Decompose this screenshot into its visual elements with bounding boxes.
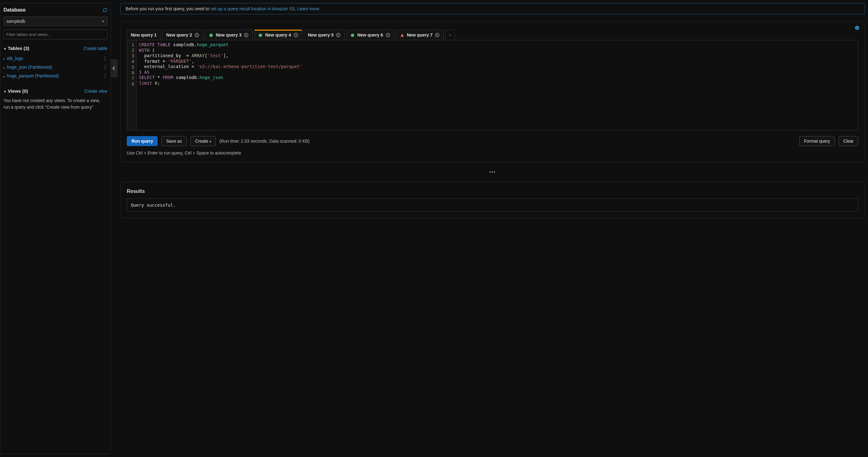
svg-rect-1 <box>857 27 857 29</box>
query-tab[interactable]: New query 2✕ <box>162 30 203 40</box>
query-tab[interactable]: New query 7✕ <box>396 30 444 40</box>
query-workbench: New query 1New query 2✕New query 3✕New q… <box>120 21 865 162</box>
info-icon[interactable] <box>855 25 860 30</box>
close-tab-icon[interactable]: ✕ <box>336 33 341 37</box>
caret-down-icon: ▼ <box>3 90 6 93</box>
results-message: Query successful. <box>127 199 858 211</box>
kebab-icon[interactable]: ⋮ <box>103 64 107 70</box>
banner-text-prefix: Before you run your first query, you nee… <box>126 6 211 11</box>
sidebar: Database sampledb ▼ ▼Tables (3) Create t… <box>0 3 111 454</box>
tab-label: New query 2 <box>166 32 192 37</box>
query-tab[interactable]: New query 5✕ <box>304 30 345 40</box>
main: Before you run your first query, you nee… <box>120 3 865 454</box>
status-warn-icon <box>400 32 404 37</box>
close-tab-icon[interactable]: ✕ <box>194 33 199 37</box>
table-name: hoge_parquet (Partitioned) <box>7 73 59 78</box>
caret-right-icon: ▸ <box>3 66 5 69</box>
tab-label: New query 7 <box>407 32 432 37</box>
banner-setup-link[interactable]: set up a query result location in Amazon… <box>211 6 294 11</box>
query-tab[interactable]: New query 3✕ <box>205 30 253 40</box>
views-heading[interactable]: ▼Views (0) <box>3 88 28 94</box>
database-select[interactable]: sampledb ▼ <box>3 17 107 26</box>
status-ok-icon <box>258 32 262 37</box>
close-tab-icon[interactable]: ✕ <box>244 33 249 37</box>
results-pane: Results Query successful. <box>120 182 865 218</box>
filter-input[interactable] <box>3 30 107 39</box>
run-query-button[interactable]: Run query <box>127 136 158 146</box>
refresh-icon[interactable] <box>103 7 107 13</box>
close-tab-icon[interactable]: ✕ <box>293 33 298 37</box>
create-view-link[interactable]: Create view <box>84 89 107 94</box>
close-tab-icon[interactable]: ✕ <box>385 33 390 37</box>
create-table-link[interactable]: Create table <box>84 46 107 51</box>
editor-code[interactable]: CREATE TABLE sampledb.hoge_parquetWITH (… <box>136 40 858 130</box>
kebab-icon[interactable]: ⋮ <box>103 56 107 61</box>
format-query-button[interactable]: Format query <box>799 136 835 146</box>
caret-right-icon: ▸ <box>3 57 5 61</box>
tab-label: New query 6 <box>357 32 383 37</box>
close-tab-icon[interactable]: ✕ <box>435 33 440 37</box>
query-tab[interactable]: New query 4✕ <box>254 30 302 40</box>
kebab-icon[interactable]: ⋮ <box>103 73 107 79</box>
setup-banner: Before you run your first query, you nee… <box>120 3 865 14</box>
tab-label: New query 5 <box>308 32 334 37</box>
tab-label: New query 1 <box>131 32 156 37</box>
add-tab-button[interactable]: + <box>445 30 455 40</box>
tables-heading[interactable]: ▼Tables (3) <box>3 45 29 51</box>
table-name: hoge_json (Partitioned) <box>7 65 52 70</box>
query-tab[interactable]: New query 1 <box>127 30 160 40</box>
caret-down-icon: ▼ <box>3 47 6 51</box>
query-tab[interactable]: New query 6✕ <box>346 30 394 40</box>
tab-label: New query 3 <box>216 32 241 37</box>
table-item[interactable]: ▸hoge_parquet (Partitioned)⋮ <box>3 71 107 80</box>
status-ok-icon <box>350 32 355 37</box>
database-select-value: sampledb <box>6 19 25 24</box>
status-ok-icon <box>209 32 213 37</box>
sql-editor[interactable]: 12345678 CREATE TABLE sampledb.hoge_parq… <box>127 40 858 130</box>
table-item[interactable]: ▸elb_logs⋮ <box>3 54 107 63</box>
table-item[interactable]: ▸hoge_json (Partitioned)⋮ <box>3 63 107 71</box>
query-stats: (Run time: 2.03 seconds, Data scanned: 0… <box>219 139 310 143</box>
query-tabs: New query 1New query 2✕New query 3✕New q… <box>127 30 858 40</box>
resize-handle[interactable]: ••• <box>120 169 865 174</box>
svg-rect-2 <box>857 27 857 27</box>
table-name: elb_logs <box>7 56 23 61</box>
caret-down-icon: ▼ <box>101 20 104 23</box>
create-button[interactable]: Create▾ <box>190 136 216 146</box>
database-heading: Database <box>3 7 26 13</box>
caret-down-icon: ▾ <box>210 140 211 143</box>
banner-learn-more-link[interactable]: Learn more <box>297 6 319 11</box>
tab-label: New query 4 <box>265 32 291 37</box>
results-heading: Results <box>127 189 858 194</box>
views-empty-text: You have not created any views. To creat… <box>3 97 107 110</box>
editor-gutter: 12345678 <box>127 40 136 130</box>
table-list: ▸elb_logs⋮▸hoge_json (Partitioned)⋮▸hoge… <box>3 54 107 80</box>
caret-right-icon: ▸ <box>3 75 5 78</box>
editor-hint: Use Ctrl + Enter to run query, Ctrl + Sp… <box>127 151 858 156</box>
save-as-button[interactable]: Save as <box>161 136 187 146</box>
clear-button[interactable]: Clear <box>839 136 858 146</box>
collapse-sidebar-button[interactable] <box>111 60 117 77</box>
